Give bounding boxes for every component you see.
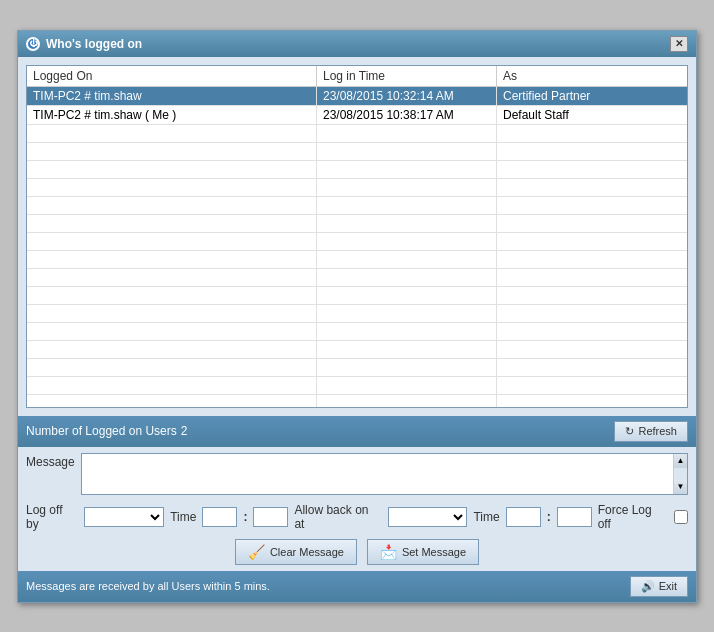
message-input[interactable] xyxy=(82,454,671,494)
allow-label: Allow back on at xyxy=(294,503,381,531)
refresh-label: Refresh xyxy=(638,425,677,437)
table-row xyxy=(27,125,687,143)
logged-on-count: 2 xyxy=(181,424,188,438)
scroll-up-arrow[interactable]: ▲ xyxy=(674,454,687,468)
exit-button[interactable]: 🔊 Exit xyxy=(630,576,688,597)
exit-icon: 🔊 xyxy=(641,580,655,593)
main-window: ⏻ Who's logged on ✕ Logged On Log in Tim… xyxy=(17,30,697,603)
message-textarea-container: ▲ ▼ xyxy=(81,453,688,495)
scroll-down-arrow[interactable]: ▼ xyxy=(674,480,687,494)
colon-separator: : xyxy=(243,510,247,524)
cell-logged-on-0: TIM-PC2 # tim.shaw xyxy=(27,87,317,105)
clear-message-label: Clear Message xyxy=(270,546,344,558)
message-scrollbar: ▲ ▼ xyxy=(673,454,687,494)
table-row xyxy=(27,395,687,407)
clear-message-button[interactable]: 🧹 Clear Message xyxy=(235,539,357,565)
colon-separator2: : xyxy=(547,510,551,524)
col-logged-on: Logged On xyxy=(27,66,317,86)
users-table-container: Logged On Log in Time As TIM-PC2 # tim.s… xyxy=(26,65,688,408)
force-logoff-label: Force Log off xyxy=(598,503,668,531)
table-row xyxy=(27,197,687,215)
message-section: Message ▲ ▼ xyxy=(18,447,696,499)
table-row xyxy=(27,179,687,197)
footer-message: Messages are received by all Users withi… xyxy=(26,580,270,592)
allow-back-select[interactable] xyxy=(388,507,468,527)
refresh-icon: ↻ xyxy=(625,425,634,438)
table-row xyxy=(27,305,687,323)
title-bar: ⏻ Who's logged on ✕ xyxy=(18,31,696,57)
close-button[interactable]: ✕ xyxy=(670,36,688,52)
bottom-bar: Messages are received by all Users withi… xyxy=(18,571,696,602)
allow-hour-input[interactable] xyxy=(506,507,541,527)
col-login-time: Log in Time xyxy=(317,66,497,86)
table-row xyxy=(27,215,687,233)
exit-label: Exit xyxy=(659,580,677,592)
table-scroll[interactable]: TIM-PC2 # tim.shaw 23/08/2015 10:32:14 A… xyxy=(27,87,687,407)
logoff-minute-input[interactable] xyxy=(253,507,288,527)
cell-as-1: Default Staff xyxy=(497,106,687,124)
table-row[interactable]: TIM-PC2 # tim.shaw 23/08/2015 10:32:14 A… xyxy=(27,87,687,106)
table-row xyxy=(27,161,687,179)
table-row xyxy=(27,143,687,161)
table-row xyxy=(27,359,687,377)
table-row xyxy=(27,377,687,395)
logoff-label: Log off by xyxy=(26,503,78,531)
status-left: Number of Logged on Users 2 xyxy=(26,424,187,438)
set-message-icon: 📩 xyxy=(380,544,397,560)
button-row: 🧹 Clear Message 📩 Set Message xyxy=(18,535,696,571)
table-row[interactable]: TIM-PC2 # tim.shaw ( Me ) 23/08/2015 10:… xyxy=(27,106,687,125)
table-row xyxy=(27,287,687,305)
message-label: Message xyxy=(26,453,75,469)
allow-minute-input[interactable] xyxy=(557,507,592,527)
clear-message-icon: 🧹 xyxy=(248,544,265,560)
cell-login-time-1: 23/08/2015 10:38:17 AM xyxy=(317,106,497,124)
table-row xyxy=(27,269,687,287)
cell-logged-on-1: TIM-PC2 # tim.shaw ( Me ) xyxy=(27,106,317,124)
time-label: Time xyxy=(170,510,196,524)
set-message-label: Set Message xyxy=(402,546,466,558)
force-logoff-checkbox[interactable] xyxy=(674,510,688,524)
status-bar: Number of Logged on Users 2 ↻ Refresh xyxy=(18,416,696,447)
logoff-section: Log off by Time : Allow back on at Time … xyxy=(18,499,696,535)
cell-as-0: Certified Partner xyxy=(497,87,687,105)
table-row xyxy=(27,233,687,251)
title-bar-left: ⏻ Who's logged on xyxy=(26,37,142,51)
table-row xyxy=(27,323,687,341)
table-header: Logged On Log in Time As xyxy=(27,66,687,87)
set-message-button[interactable]: 📩 Set Message xyxy=(367,539,479,565)
logged-on-label: Number of Logged on Users xyxy=(26,424,177,438)
logoff-hour-input[interactable] xyxy=(202,507,237,527)
col-as: As xyxy=(497,66,687,86)
window-title: Who's logged on xyxy=(46,37,142,51)
logoff-by-select[interactable] xyxy=(84,507,164,527)
cell-login-time-0: 23/08/2015 10:32:14 AM xyxy=(317,87,497,105)
refresh-button[interactable]: ↻ Refresh xyxy=(614,421,688,442)
table-row xyxy=(27,251,687,269)
table-row xyxy=(27,341,687,359)
content-area: Logged On Log in Time As TIM-PC2 # tim.s… xyxy=(18,57,696,416)
power-icon: ⏻ xyxy=(26,37,40,51)
time-label2: Time xyxy=(473,510,499,524)
